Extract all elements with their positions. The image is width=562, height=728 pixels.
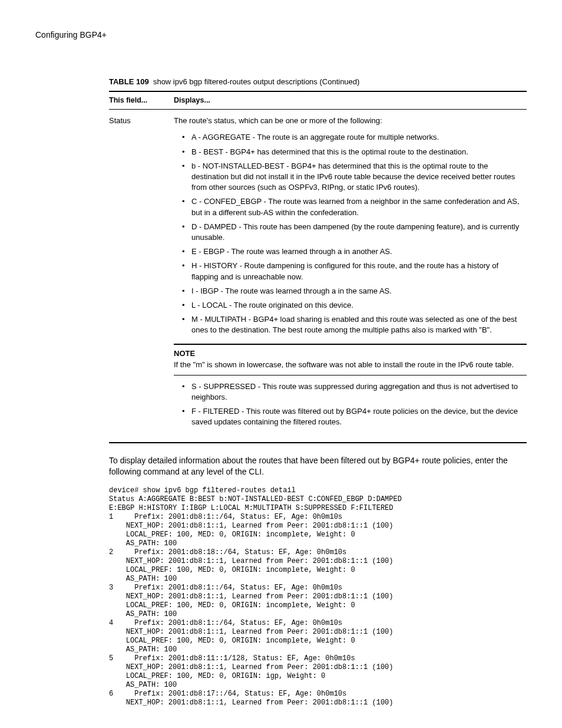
main-content: TABLE 109 show ipv6 bgp filtered-routes … <box>109 77 527 707</box>
list-item: S - SUPPRESSED - This route was suppress… <box>184 381 527 403</box>
list-item: L - LOCAL - The route originated on this… <box>184 300 527 311</box>
list-item: b - NOT-INSTALLED-BEST - BGP4+ has deter… <box>184 161 527 193</box>
list-item: A - AGGREGATE - The route is an aggregat… <box>184 132 527 143</box>
list-item: E - EBGP - The route was learned through… <box>184 246 527 257</box>
col-header-field: This field... <box>109 95 174 106</box>
table-caption: TABLE 109 show ipv6 bgp filtered-routes … <box>109 77 527 87</box>
list-item: H - HISTORY - Route dampening is configu… <box>184 261 527 282</box>
list-item: F - FILTERED - This route was filtered o… <box>184 406 527 427</box>
body-paragraph: To display detailed information about th… <box>109 455 527 478</box>
note-text: If the "m" is shown in lowercase, the so… <box>174 360 514 369</box>
note-label: NOTE <box>174 348 527 359</box>
list-item: B - BEST - BGP4+ has determined that thi… <box>184 147 527 157</box>
field-description: The route's status, which can be one or … <box>174 116 527 436</box>
list-item: D - DAMPED - This route has been dampene… <box>184 222 527 243</box>
page-header: Configuring BGP4+ <box>35 29 527 41</box>
table-caption-text: show ipv6 bgp filtered-routes output des… <box>153 77 359 86</box>
table-header-row: This field... Displays... <box>109 91 527 110</box>
status-bullets-2: S - SUPPRESSED - This route was suppress… <box>174 381 527 428</box>
list-item: I - IBGP - The route was learned through… <box>184 286 527 297</box>
list-item: C - CONFED_EBGP - The route was learned … <box>184 196 527 218</box>
list-item: M - MULTIPATH - BGP4+ load sharing is en… <box>184 314 527 335</box>
field-name: Status <box>109 116 174 436</box>
cli-output: device# show ipv6 bgp filtered-routes de… <box>109 486 527 707</box>
table-label: TABLE 109 <box>109 77 149 86</box>
table-end-rule <box>109 442 527 443</box>
status-bullets-1: A - AGGREGATE - The route is an aggregat… <box>174 132 527 335</box>
status-intro: The route's status, which can be one or … <box>174 116 527 126</box>
note-block: NOTE If the "m" is shown in lowercase, t… <box>174 344 527 375</box>
table-row: Status The route's status, which can be … <box>109 110 527 436</box>
col-header-displays: Displays... <box>174 95 527 106</box>
